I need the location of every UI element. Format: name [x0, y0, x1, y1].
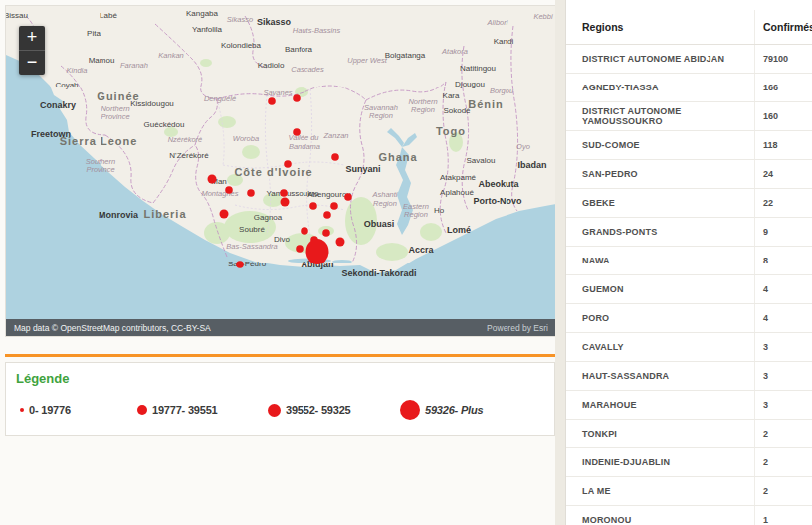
attribution-text: Map data © OpenStreetMap contributors, C…: [14, 323, 211, 333]
legend-label: 19777- 39551: [152, 404, 218, 416]
map-label: Sikasso: [257, 17, 292, 27]
legend-item: 19777- 39551: [137, 399, 218, 421]
map-label: Denguélé: [204, 94, 236, 103]
case-marker[interactable]: [323, 211, 331, 219]
table-row[interactable]: DISTRICT AUTONOME ABIDJAN79100: [566, 45, 812, 74]
confirmed-value-cell: 2: [754, 477, 812, 505]
map-label: Kebbi: [533, 12, 553, 21]
table-row[interactable]: HAUT-SASSANDRA3: [566, 362, 812, 391]
map-label: Bolgatanga: [385, 51, 426, 60]
map-label: Banfora: [285, 45, 313, 54]
table-row[interactable]: SAN-PEDRO24: [566, 160, 812, 189]
table-row[interactable]: GBEKE22: [566, 189, 812, 218]
table-row[interactable]: NAWA8: [566, 247, 812, 275]
map-label: Lomé: [447, 225, 471, 235]
region-name-cell: GRANDS-PONTS: [566, 218, 754, 246]
table-row[interactable]: INDENIE-DJUABLIN2: [566, 448, 812, 477]
table-row[interactable]: CAVALLY3: [566, 333, 812, 362]
case-marker[interactable]: [309, 202, 317, 210]
confirmed-value-cell: 22: [754, 189, 812, 217]
case-marker[interactable]: [281, 198, 290, 207]
case-marker[interactable]: [293, 128, 301, 136]
orange-divider: [5, 354, 555, 357]
map-label: Hauts-Bassins: [293, 26, 341, 35]
map-label: Region: [369, 111, 393, 120]
case-marker[interactable]: [336, 238, 345, 247]
map-label: Pita: [87, 29, 101, 38]
region-name-cell: AGNEBY-TIASSA: [566, 74, 754, 101]
region-name-cell: NAWA: [566, 247, 754, 274]
map-label: Bas-Sassandra: [226, 242, 277, 251]
map-canvas[interactable]: BissauLabéKangabaSikassoSikassoKebbiYanf…: [6, 6, 556, 336]
map-label: Nzérékoré: [168, 135, 203, 144]
case-marker[interactable]: [225, 186, 233, 194]
table-body: DISTRICT AUTONOME ABIDJAN79100AGNEBY-TIA…: [566, 45, 812, 525]
table-row[interactable]: GUEMON4: [566, 275, 812, 304]
confirmed-value-cell: 4: [754, 275, 812, 303]
map-label: Borgou: [490, 87, 514, 95]
map-label: Mamou: [89, 56, 115, 65]
case-marker[interactable]: [208, 175, 217, 184]
confirmed-value-cell: 160: [754, 102, 812, 130]
confirmed-value-cell: 9: [754, 218, 812, 246]
zoom-out-button[interactable]: −: [19, 51, 45, 75]
confirmed-value-cell: 2: [754, 420, 812, 447]
map-label: Province: [101, 112, 129, 121]
legend-item: 0- 19776: [20, 399, 71, 421]
table-row[interactable]: AGNEBY-TIASSA166: [566, 74, 812, 102]
region-name-cell: GBEKE: [566, 189, 754, 217]
table-row[interactable]: SUD-COMOE118: [566, 131, 812, 160]
case-marker[interactable]: [331, 153, 339, 161]
case-marker[interactable]: [330, 202, 338, 210]
case-marker[interactable]: [322, 229, 330, 237]
case-marker[interactable]: [220, 210, 229, 219]
confirmed-value-cell: 4: [754, 304, 812, 332]
case-marker[interactable]: [306, 239, 329, 264]
case-marker[interactable]: [344, 193, 352, 201]
map-label: Sikasso: [227, 15, 253, 24]
case-marker[interactable]: [280, 189, 288, 197]
case-marker[interactable]: [301, 227, 308, 235]
legend-label: 39552- 59325: [286, 404, 351, 416]
region-name-cell: MORONOU: [566, 506, 754, 525]
map-label: Region: [404, 210, 428, 219]
map-label: Obuasi: [364, 219, 395, 229]
table-row[interactable]: MARAHOUE3: [566, 391, 812, 420]
column-header-confirmes: Confirmés: [754, 10, 812, 44]
map-label: Natitingou: [460, 64, 496, 73]
map-panel[interactable]: BissauLabéKangabaSikassoSikassoKebbiYanf…: [5, 5, 557, 337]
case-marker[interactable]: [268, 97, 276, 105]
table-row[interactable]: GRANDS-PONTS9: [566, 218, 812, 247]
map-label: Yanfolila: [192, 25, 223, 34]
region-name-cell: INDENIE-DJUABLIN: [566, 448, 754, 476]
panel-gap: [555, 0, 565, 525]
legend-item: 39552- 59325: [268, 399, 351, 421]
map-label: Côte d'Ivoire: [234, 166, 312, 178]
case-marker[interactable]: [284, 160, 292, 168]
region-name-cell: PORO: [566, 304, 754, 332]
map-label: Accra: [408, 245, 434, 255]
map-label: Kangaba: [186, 9, 219, 18]
map-label: Togo: [436, 125, 466, 137]
map-label: Ibadan: [517, 160, 546, 170]
case-marker[interactable]: [247, 189, 255, 197]
legend-circle-icon: [137, 405, 147, 415]
table-row[interactable]: LA ME2: [566, 477, 812, 506]
table-row[interactable]: DISTRICT AUTONOME YAMOUSSOUKRO160: [566, 102, 812, 131]
map-label: Ho: [434, 206, 445, 215]
table-row[interactable]: MORONOU1: [566, 506, 812, 525]
zoom-in-button[interactable]: +: [19, 26, 45, 51]
table-row[interactable]: TONKPI2: [566, 420, 812, 448]
map-label: Ghana: [378, 151, 417, 163]
case-marker[interactable]: [296, 245, 304, 253]
case-marker[interactable]: [236, 261, 244, 268]
map-label: Kissidougou: [130, 99, 174, 108]
map-label: Aplahoué: [440, 188, 474, 197]
case-marker[interactable]: [293, 94, 301, 102]
legend-label: 59326- Plus: [425, 404, 483, 416]
map-label: Kankan: [158, 51, 183, 60]
map-label: Faranah: [120, 61, 148, 70]
table-row[interactable]: PORO4: [566, 304, 812, 333]
map-label: Freetown: [31, 129, 71, 139]
map-label: Monrovia: [99, 210, 139, 220]
